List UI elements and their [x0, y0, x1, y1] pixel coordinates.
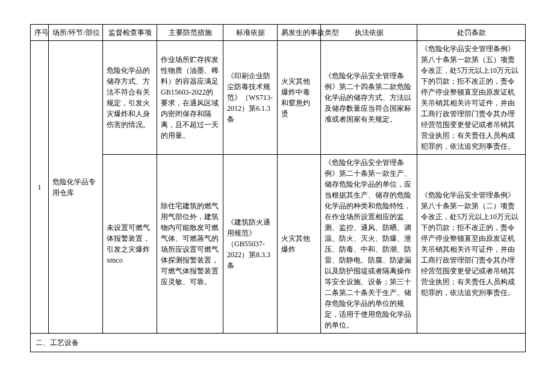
cell-penalty: 《危险化学品安全管理条例》第八十条第一款第（二）项责令改正，处5万元以上10万元…: [417, 155, 526, 334]
header-measure: 主要防范措施: [157, 25, 223, 41]
header-seq: 序号: [31, 25, 49, 41]
header-place: 场所/环节/部位: [49, 25, 103, 41]
section-row: 二、工艺设备: [31, 334, 526, 352]
cell-basis: 《建筑防火通用规范》（GB55037-2022）第8.3.3条: [223, 155, 278, 334]
cell-inspection: 未设置可燃气体报警装置，引发之灾爆炸xmco: [103, 155, 157, 334]
table-row: 未设置可燃气体报警装置，引发之灾爆炸xmco 除住宅建筑的燃气用气部位外，建筑物…: [31, 155, 526, 334]
cell-measure: 除住宅建筑的燃气用气部位外，建筑物内可能散发可燃气体、可燃蒸气的场所应设置可燃气…: [157, 155, 223, 334]
cell-place: 危险化学品专用仓库: [49, 41, 103, 334]
cell-basis: 《印刷企业防尘防毒技术规范》（WS713-2012）第6.1.3条: [223, 41, 278, 155]
cell-inspection: 危险化学品的储存方式、方法不符合有关规定，引发火灾爆炸和人身伤害的情况。: [103, 41, 157, 155]
cell-seq: 1: [31, 41, 49, 334]
header-penalty: 处罚条款: [417, 25, 526, 41]
header-basis: 标准依据: [223, 25, 278, 41]
header-inspection: 监督检查事项: [103, 25, 157, 41]
cell-penalty: 《危险化学品安全管理条例》第八十条第一款第（五）项责令改正，处5万元以上10万元…: [417, 41, 526, 155]
cell-enforcement: 《危险化学品安全管理条例》第二十条第一款生产、储存危险化学品的单位，应当根据其生…: [321, 155, 417, 334]
cell-type: 火灾其他爆炸中毒和窒息灼烫: [278, 41, 321, 155]
table-row: 1 危险化学品专用仓库 危险化学品的储存方式、方法不符合有关规定，引发火灾爆炸和…: [31, 41, 526, 155]
table-header-row: 序号 场所/环节/部位 监督检查事项 主要防范措施 标准依据 易发生的事故类型 …: [31, 25, 526, 41]
header-type: 易发生的事故类型: [278, 25, 321, 41]
regulation-table: 序号 场所/环节/部位 监督检查事项 主要防范措施 标准依据 易发生的事故类型 …: [30, 24, 526, 352]
cell-measure: 作业场所贮存挥发性物质（油墨、稀料）的容器应满足GB15603-2022的要求，…: [157, 41, 223, 155]
cell-type: 火灾其他爆炸: [278, 155, 321, 334]
section-title: 二、工艺设备: [31, 334, 526, 352]
cell-enforcement: 《危险化学品安全管理条例》第二十四条第二款危险化学品的储存方式、方法以及储存数量…: [321, 41, 417, 155]
